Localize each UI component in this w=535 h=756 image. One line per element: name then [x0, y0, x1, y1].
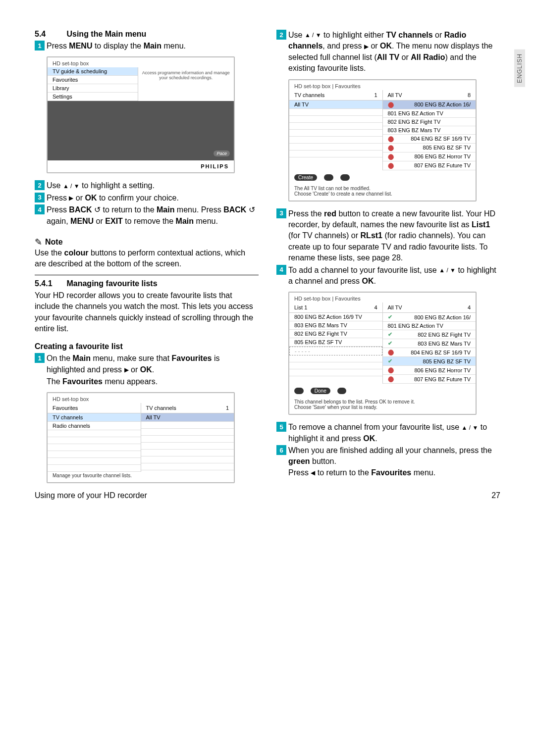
channel-icon: ⬤ — [388, 145, 394, 151]
left-column: 5.4 Using the Main menu 1 Press MENU to … — [35, 30, 259, 490]
step-text: Press ▶ or OK to confirm your choice. — [47, 193, 259, 203]
done-pill: Done — [311, 388, 330, 394]
ss-footer-note: The All TV list can not be modified.Choo… — [289, 185, 476, 201]
ss-footer-note: Manage your favourite channel lists. — [48, 472, 234, 482]
step-text: Press MENU to display the Main menu. — [47, 41, 259, 51]
list-item: 803 ENG BZ Mars TV — [289, 321, 382, 330]
section-title: Using the Main menu — [66, 30, 146, 38]
list-item: ✔802 ENG BZ Fight TV — [383, 330, 476, 339]
ss-col-header: Favourites — [48, 403, 141, 413]
channel-icon: ⬤ — [388, 153, 394, 160]
list-item: 802 ENG BZ Fight TV — [383, 118, 476, 126]
check-icon: ✔ — [388, 331, 392, 338]
pace-badge: Pace — [214, 151, 230, 156]
page-number: 27 — [491, 491, 500, 500]
note-body: Use the colour buttons to perform contex… — [35, 248, 259, 270]
channel-icon: ⬤ — [388, 136, 394, 142]
step-badge-1: 1 — [35, 353, 45, 363]
step-text: To add a channel to your favourite list,… — [288, 265, 500, 287]
back-icon: ↺ — [92, 205, 101, 214]
list-item: 800 ENG BZ Action 16/9 TV — [289, 313, 382, 321]
channel-icon: ⬤ — [388, 349, 394, 355]
list-item: TV channels — [48, 413, 141, 422]
list-item: ⬤805 ENG BZ SF TV — [383, 144, 476, 152]
list-item: ⬤800 ENG BZ Action 16/ — [383, 101, 476, 109]
right-icon: ▶ — [124, 366, 129, 374]
channel-icon: ⬤ — [388, 367, 394, 373]
language-tab: ENGLISH — [514, 50, 525, 87]
note-icon: ✎ — [35, 237, 42, 248]
list-item: 805 ENG BZ SF TV — [289, 338, 382, 347]
channel-icon: ⬤ — [388, 101, 394, 108]
step-badge-6: 6 — [276, 445, 286, 455]
step-badge-2: 2 — [35, 180, 45, 190]
step-badge-3: 3 — [35, 193, 45, 202]
ss-title: HD set-top box | Favourites — [289, 293, 476, 302]
ss-buttons: Create — [289, 170, 476, 185]
ss-title: HD set-top box — [48, 57, 234, 67]
right-icon: ▶ — [364, 43, 369, 51]
list-item: 801 ENG BZ Action TV — [383, 322, 476, 330]
menu-item: Library — [48, 84, 138, 93]
menu-description: Access programme information and manage … — [138, 67, 234, 101]
right-icon: ▶ — [69, 194, 73, 202]
up-down-icon: ▲ / ▼ — [63, 182, 80, 191]
step-badge-2: 2 — [276, 30, 286, 40]
ss-title: HD set-top box | Favourites — [289, 80, 476, 90]
list-item: 803 ENG BZ Mars TV — [383, 126, 476, 135]
pill — [337, 388, 347, 394]
list-item: 801 ENG BZ Action TV — [383, 109, 476, 118]
divider — [35, 275, 259, 275]
pill — [294, 388, 304, 394]
list-item: ✔805 ENG BZ SF TV — [383, 357, 476, 366]
check-icon: ✔ — [388, 358, 392, 364]
list-item: ✔803 ENG BZ Mars TV — [383, 339, 476, 348]
list-item: All TV — [289, 101, 382, 109]
section-heading: 5.4 Using the Main menu — [35, 30, 259, 39]
channel-icon: ⬤ — [388, 376, 394, 382]
section-number: 5.4 — [35, 30, 64, 39]
screenshot-list-editing: HD set-top box | Favourites List 14 800 … — [288, 292, 477, 415]
screenshot-channel-list: HD set-top box | Favourites TV channels1… — [288, 79, 477, 202]
list-item-placeholder: - - - - - — [289, 347, 382, 355]
check-icon: ✔ — [388, 340, 392, 347]
ss-title: HD set-top box — [48, 393, 234, 403]
up-down-icon: ▲ / ▼ — [462, 424, 479, 432]
list-item: 802 ENG BZ Fight TV — [289, 330, 382, 338]
note-heading: ✎ Note — [35, 237, 259, 248]
ss-buttons: Done — [289, 384, 476, 398]
subsection-number: 5.4.1 — [35, 279, 64, 288]
step-text: Press the red button to create a new fav… — [288, 208, 500, 264]
list-item: ⬤807 ENG BZ Future TV — [383, 161, 476, 170]
subsection-title: Managing favourite lists — [66, 279, 157, 288]
step-badge-4: 4 — [35, 204, 45, 214]
step-text: When you are finished adding all your ch… — [288, 445, 500, 478]
list-item: ⬤804 ENG BZ SF 16/9 TV — [383, 135, 476, 144]
philips-brand: PHILIPS — [48, 160, 234, 172]
step-text: Use ▲ / ▼ to highlight a setting. — [47, 180, 259, 191]
up-down-icon: ▲ / ▼ — [305, 31, 321, 40]
fav-intro: Your HD recorder allows you to create fa… — [35, 290, 259, 335]
ss-footer-note: This channel belongs to the list. Press … — [289, 398, 476, 414]
list-item: All TV — [141, 413, 234, 422]
pill — [324, 174, 333, 181]
pill — [340, 174, 350, 181]
step-text: Use ▲ / ▼ to highlight either TV channel… — [288, 30, 500, 74]
list-item: ⬤807 ENG BZ Future TV — [383, 375, 476, 384]
ss-col-header: TV channels1 — [141, 403, 234, 413]
step-text: To remove a channel from your favourite … — [288, 422, 500, 444]
list-item: Radio channels — [48, 422, 141, 430]
list-item: ✔800 ENG BZ Action 16/ — [383, 313, 476, 322]
create-fav-heading: Creating a favourite list — [35, 342, 259, 351]
create-pill: Create — [294, 174, 317, 181]
step-badge-3: 3 — [276, 208, 286, 218]
menu-item: TV guide & scheduling — [48, 67, 138, 76]
page-footer: Using more of your HD recorder 27 — [35, 491, 500, 500]
back-icon: ↺ — [246, 205, 255, 214]
check-icon: ✔ — [388, 314, 392, 320]
step-text: Press BACK ↺ to return to the Main menu.… — [47, 204, 259, 227]
channel-icon: ⬤ — [388, 162, 394, 169]
step-badge-4: 4 — [276, 265, 286, 275]
step-badge-1: 1 — [35, 41, 45, 50]
up-down-icon: ▲ / ▼ — [439, 266, 456, 275]
